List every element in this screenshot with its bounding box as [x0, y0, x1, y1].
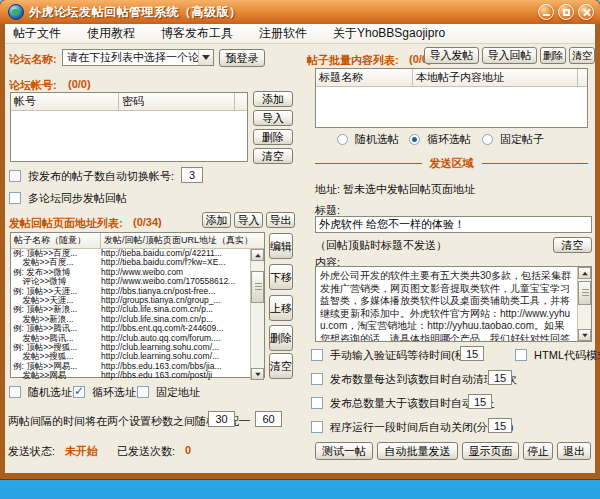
cycle-post-radio[interactable]	[409, 134, 420, 145]
forum-dropdown-value: 请在下拉列表中选择一个论坛	[63, 50, 198, 65]
cycle-address-checkbox[interactable]	[73, 386, 85, 398]
url-export-button[interactable]: 导出	[266, 212, 295, 228]
account-delete-button[interactable]: 删除	[253, 129, 293, 145]
url-clear-button[interactable]: 清空	[269, 353, 293, 379]
random-post-label: 随机选帖	[355, 133, 399, 145]
scroll-up-icon[interactable]	[251, 249, 264, 261]
titlebar[interactable]: 外虎论坛发帖回帖管理系统（高级版）	[0, 0, 600, 24]
batch-delete-button[interactable]: 删除	[540, 47, 566, 64]
random-address-checkbox[interactable]	[9, 386, 21, 398]
html-mode-checkbox[interactable]	[515, 349, 527, 361]
url-import-button[interactable]: 导入	[234, 212, 263, 228]
account-import-button[interactable]: 导入	[253, 110, 293, 126]
auto-stop-checkbox[interactable]	[311, 397, 323, 409]
post-title-input[interactable]	[315, 216, 592, 233]
url-row: 例: 顶帖>>天涯...http://bbs.tianya.cn/post-fr…	[11, 287, 264, 296]
menu-blog-tools[interactable]: 博客发布工具	[161, 25, 233, 42]
stop-button[interactable]: 停止	[523, 442, 553, 460]
auto-close-label: 程序运行一段时间后自动关闭(分钟数)	[330, 421, 513, 433]
content-scrollbar[interactable]	[577, 267, 591, 341]
auto-batch-send-button[interactable]: 自动批量发送	[377, 442, 458, 460]
auto-close-checkbox[interactable]	[311, 421, 323, 433]
show-page-button[interactable]: 显示页面	[462, 442, 519, 460]
url-delete-button[interactable]: 删除	[269, 325, 293, 351]
url-move-up-button[interactable]: 上移	[269, 295, 293, 321]
multi-forum-label: 多论坛同步发帖回帖	[28, 192, 127, 204]
minimize-button[interactable]	[538, 4, 554, 20]
chevron-down-icon[interactable]	[198, 50, 213, 65]
account-col-username[interactable]: 帐号	[11, 93, 119, 110]
auto-clean-checkbox[interactable]	[311, 373, 323, 385]
auto-stop-input[interactable]: 15	[468, 394, 492, 409]
auto-switch-label: 按发布的帖子数自动切换帐号:	[28, 170, 174, 182]
account-table[interactable]: 帐号 密码	[10, 92, 248, 162]
menu-tutorial[interactable]: 使用教程	[87, 25, 135, 42]
desktop-background: 外虎论坛发帖回帖管理系统（高级版） 帖子文件 使用教程 博客发布工具 注册软件 …	[0, 0, 600, 499]
batch-list-label: 帖子批量内容列表:	[307, 53, 399, 68]
maximize-icon	[563, 9, 570, 16]
content-clear-button[interactable]: 清空	[553, 237, 592, 253]
url-edit-button[interactable]: 编辑	[269, 233, 293, 259]
url-move-down-button[interactable]: 下移	[269, 264, 293, 290]
fixed-post-label: 固定帖子	[500, 133, 544, 145]
account-clear-button[interactable]: 清空	[253, 148, 293, 164]
auto-switch-count-input[interactable]: 3	[181, 167, 203, 183]
batch-import-post-button[interactable]: 导入发帖	[424, 47, 479, 64]
auto-clean-input[interactable]: 15	[488, 370, 512, 385]
batch-import-reply-button[interactable]: 导入回帖	[482, 47, 537, 64]
menu-about[interactable]: 关于YhoBBSgaojipro	[333, 25, 445, 42]
maximize-button[interactable]	[558, 4, 574, 20]
captcha-wait-input[interactable]: 15	[460, 346, 484, 361]
send-area-divider: 发送区域	[315, 156, 588, 171]
fixed-address-checkbox[interactable]	[137, 386, 149, 398]
post-content-text[interactable]: 外虎公司开发的软件主要有五大类共30多款，包括采集群发推广营销类，网页图文影音提…	[320, 270, 573, 342]
fixed-address-label: 固定地址	[156, 386, 200, 398]
url-list-scrollbar[interactable]	[250, 249, 264, 380]
scroll-down-icon[interactable]	[251, 368, 264, 380]
url-row: 例: 顶帖>>腾讯...http://bbs.ent.qq.com/t-2446…	[11, 324, 264, 333]
exit-button[interactable]: 退出	[557, 442, 591, 460]
url-table[interactable]: 帖子名称（随意） 发帖/回帖/顶帖页面URL地址（真实） 例: 顶帖>>百度..…	[10, 232, 265, 378]
test-one-post-button[interactable]: 测试一帖	[315, 442, 373, 460]
url-row: 例: 顶帖>>网易...http://bbs.edu.163.com/bbs/j…	[11, 362, 264, 371]
batch-col-title[interactable]: 标题名称	[316, 69, 413, 86]
interval-dash: —	[239, 413, 250, 425]
scrollbar-thumb[interactable]	[251, 271, 264, 303]
random-post-radio[interactable]	[337, 134, 348, 145]
send-status-label: 发送状态:	[8, 444, 55, 459]
scroll-down-icon[interactable]	[578, 329, 591, 341]
fixed-post-radio[interactable]	[482, 134, 493, 145]
url-col-address[interactable]: 发帖/回帖/顶帖页面URL地址（真实）	[101, 233, 264, 248]
auto-close-input[interactable]: 15	[488, 418, 512, 433]
captcha-wait-checkbox[interactable]	[311, 349, 323, 361]
menu-post-file[interactable]: 帖子文件	[13, 25, 61, 42]
batch-clear-button[interactable]: 清空	[569, 47, 595, 64]
menu-register[interactable]: 注册软件	[259, 25, 307, 42]
url-row: 例: 发布>>微博http://www.weibo.com	[11, 268, 264, 277]
prelogin-button[interactable]: 预登录	[219, 49, 265, 67]
scroll-up-icon[interactable]	[578, 267, 591, 279]
scrollbar-thumb[interactable]	[578, 281, 591, 305]
account-col-password[interactable]: 密码	[119, 93, 235, 110]
url-row: 例: 顶帖>>百度...http://tieba.baidu.com/p/422…	[11, 249, 264, 258]
url-row: 发帖>>百度...http://tieba.baidu.com/f?kw=XE.…	[11, 258, 264, 267]
post-content-textarea[interactable]: 外虎公司开发的软件主要有五大类共30多款，包括采集群发推广营销类，网页图文影音提…	[315, 266, 592, 342]
forum-name-label: 论坛名称:	[9, 52, 57, 67]
close-button[interactable]	[578, 4, 594, 20]
url-row: 例: 顶帖>>新浪...http://club.life.sina.com.cn…	[11, 305, 264, 314]
url-col-name[interactable]: 帖子名称（随意）	[11, 233, 101, 248]
account-count: (0/0)	[68, 78, 91, 90]
auto-switch-checkbox[interactable]	[9, 170, 21, 182]
url-row: 发帖>>腾讯...http://club.auto.qq.com/forum..…	[11, 334, 264, 343]
interval-min-input[interactable]: 30	[208, 411, 235, 427]
account-add-button[interactable]: 添加	[253, 91, 293, 107]
forum-dropdown[interactable]: 请在下拉列表中选择一个论坛	[62, 49, 214, 66]
interval-max-input[interactable]: 60	[255, 411, 282, 427]
url-row: 评论>>微博http://www.weibo.com/170558612...	[11, 277, 264, 286]
url-add-button[interactable]: 添加	[202, 212, 231, 228]
multi-forum-checkbox[interactable]	[9, 192, 21, 204]
send-area-title: 发送区域	[430, 156, 474, 171]
batch-table[interactable]: 标题名称 本地帖子内容地址	[315, 68, 588, 128]
batch-col-path[interactable]: 本地帖子内容地址	[413, 69, 578, 86]
cycle-post-label: 循环选帖	[427, 133, 471, 145]
